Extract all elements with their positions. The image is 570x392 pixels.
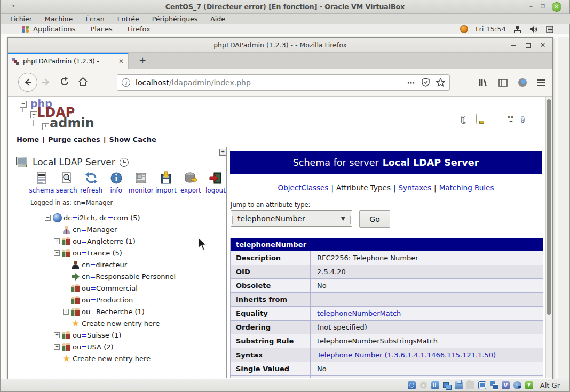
row-value[interactable]: Telephone Number (1.3.6.1.4.1.1466.115.1… <box>311 348 543 362</box>
tree-item[interactable]: +ou=Angleterre (1) <box>54 235 226 247</box>
optical-disc-icon[interactable] <box>419 381 428 389</box>
volume-icon[interactable] <box>529 26 539 33</box>
gnome-menu-applications[interactable]: Applications <box>33 25 75 33</box>
tree-item-label[interactable]: ou=Production <box>82 296 133 304</box>
usb-icon[interactable] <box>455 381 463 389</box>
help-icon[interactable]: ? <box>521 114 531 124</box>
vbox-menu-périphériques[interactable]: Périphériques <box>152 15 198 23</box>
nav-link-home[interactable]: Home <box>17 135 39 143</box>
tree-item-label[interactable]: ou=France (5) <box>73 249 122 257</box>
vbox-restore-button[interactable]: ❐ <box>539 3 547 11</box>
features-icon[interactable]: V <box>502 381 510 389</box>
menu-icon[interactable] <box>537 78 545 87</box>
firefox-maximize-button[interactable] <box>524 41 532 50</box>
expand-minus-icon[interactable]: − <box>45 215 52 221</box>
expand-plus-icon[interactable]: + <box>63 309 70 315</box>
tree-item[interactable]: −ou=France (5) <box>54 247 226 259</box>
new-tab-button[interactable]: + <box>136 55 149 66</box>
expand-plus-icon[interactable]: + <box>54 238 61 244</box>
tree-item[interactable]: ou=Production <box>63 294 226 306</box>
schema-link-syntaxes[interactable]: Syntaxes <box>398 183 431 192</box>
tree-item-label[interactable]: cn=directeur <box>82 261 127 269</box>
go-button[interactable]: Go <box>359 210 390 228</box>
logout-button[interactable]: logout <box>203 171 228 194</box>
tree-item[interactable]: −dc=i2tch, dc=com (5) <box>45 212 226 223</box>
clock[interactable]: Fri 15:54 <box>476 25 506 33</box>
tree-item[interactable]: +ou=USA (2) <box>54 341 226 353</box>
tree-item-label[interactable]: Create new entry here <box>73 355 151 363</box>
info-button[interactable]: info <box>104 171 129 194</box>
vbox-close-button[interactable]: ✕ <box>552 3 561 11</box>
vbox-menu-aide[interactable]: Aide <box>210 15 225 23</box>
schema-link-matching-rules[interactable]: Matching Rules <box>439 183 494 192</box>
network-icon[interactable] <box>443 381 451 389</box>
harddisk-icon[interactable] <box>408 381 416 389</box>
expand-plus-icon[interactable]: + <box>54 332 61 338</box>
gnome-menu-places[interactable]: Places <box>90 25 112 33</box>
gnome-menu-firefox[interactable]: Firefox <box>128 25 151 33</box>
scrollbar-thumb[interactable] <box>547 99 551 315</box>
import-button[interactable]: import <box>154 171 178 194</box>
back-icon[interactable] <box>18 73 37 92</box>
donate-smiley-icon[interactable] <box>506 114 516 124</box>
tree-item[interactable]: ★Create new entry here <box>63 317 226 329</box>
keyboard-capture-icon[interactable] <box>525 381 533 389</box>
search-button[interactable]: search <box>54 171 79 194</box>
page-actions-icon[interactable]: ⋯ <box>407 78 415 87</box>
bookmark-star-icon[interactable] <box>436 78 445 87</box>
tree-item-label[interactable]: ou=USA (2) <box>73 343 114 351</box>
firefox-titlebar[interactable]: phpLDAPadmin (1.2.3) - - Mozilla Firefox… <box>8 38 552 53</box>
mouse-integration-icon[interactable] <box>513 381 521 389</box>
updates-icon[interactable] <box>460 25 468 33</box>
tree-item-label[interactable]: ou=Commercial <box>82 284 138 292</box>
expand-minus-icon[interactable]: − <box>54 250 61 256</box>
vbox-minimize-button[interactable]: – <box>527 3 535 11</box>
library-icon[interactable] <box>479 78 488 87</box>
network-icon[interactable] <box>513 26 522 33</box>
vbox-menu-machine[interactable]: Machine <box>45 15 73 23</box>
vbox-menu-entrée[interactable]: Entrée <box>117 15 139 23</box>
url-bar[interactable]: i localhost/ldapadmin/index.php ⋯ <box>117 74 450 91</box>
vbox-titlebar[interactable]: ▾ CentOS_7 (Directeur error) [En fonctio… <box>1 0 569 14</box>
tree-item-label[interactable]: dc=i2tch, dc=com (5) <box>64 214 140 222</box>
export-button[interactable]: export <box>178 171 203 194</box>
forward-icon[interactable] <box>41 77 51 89</box>
tree-item-label[interactable]: ou=Angleterre (1) <box>73 237 136 245</box>
tree-item[interactable]: ou=Commercial <box>63 282 226 294</box>
refresh-button[interactable]: refresh <box>79 171 104 194</box>
tree-item[interactable]: cn=directeur <box>63 259 226 270</box>
nav-link-purge-caches[interactable]: Purge caches <box>48 135 100 143</box>
tree-item[interactable]: cn=Manager <box>54 223 226 235</box>
reload-icon[interactable] <box>60 77 70 89</box>
tree-item[interactable]: +ou=Recherche (1) <box>63 306 226 317</box>
monitor-button[interactable]: monitor <box>129 171 153 194</box>
vbox-menu-écran[interactable]: Écran <box>85 15 105 23</box>
bug-icon[interactable] <box>491 114 501 124</box>
display-icon[interactable] <box>478 381 486 389</box>
firefox-minimize-button[interactable] <box>509 41 517 50</box>
row-value[interactable]: telephoneNumberMatch <box>311 307 543 320</box>
sidebar-icon[interactable] <box>498 79 508 87</box>
schema-link-objectclasses[interactable]: ObjectClasses <box>278 183 329 192</box>
audio-icon[interactable] <box>431 381 439 389</box>
expand-plus-icon[interactable]: + <box>54 344 61 350</box>
vertical-scrollbar[interactable] <box>545 97 552 378</box>
shield-icon[interactable] <box>422 78 430 87</box>
tab-close-icon[interactable]: ✕ <box>118 58 124 65</box>
home-icon[interactable] <box>78 77 88 89</box>
tree-collapse-button[interactable]: + <box>219 149 226 156</box>
tree-item-label[interactable]: ou=Recherche (1) <box>82 308 145 316</box>
seamless-icon[interactable] <box>490 381 498 389</box>
tree-item-label[interactable]: ou=Suisse (1) <box>73 331 121 339</box>
window-list-icon[interactable] <box>546 26 553 33</box>
tooltip-icon[interactable]: ? <box>461 114 471 124</box>
site-info-icon[interactable]: i <box>122 78 130 87</box>
tree-item[interactable]: +ou=Suisse (1) <box>54 329 226 341</box>
tree-item[interactable]: ★Create new entry here <box>54 353 226 364</box>
firefox-close-button[interactable]: ✕ <box>539 41 547 50</box>
attribute-select[interactable]: telephoneNumber▼ <box>231 210 352 227</box>
server-title[interactable]: Local LDAP Server <box>15 157 129 167</box>
tab-phpldapadmin[interactable]: phpLDAPadmin (1.2.3) - ✕ <box>8 53 129 69</box>
tree-item-label[interactable]: Create new entry here <box>82 319 160 327</box>
lightbulb-icon[interactable] <box>476 114 486 124</box>
